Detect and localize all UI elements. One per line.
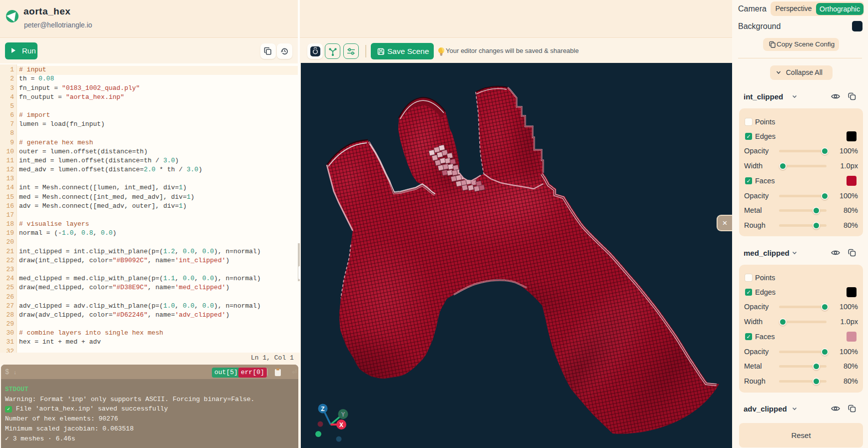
svg-text:Z: Z [321, 406, 324, 413]
svg-text:X: X [339, 422, 343, 429]
svg-text:Y: Y [341, 411, 345, 418]
